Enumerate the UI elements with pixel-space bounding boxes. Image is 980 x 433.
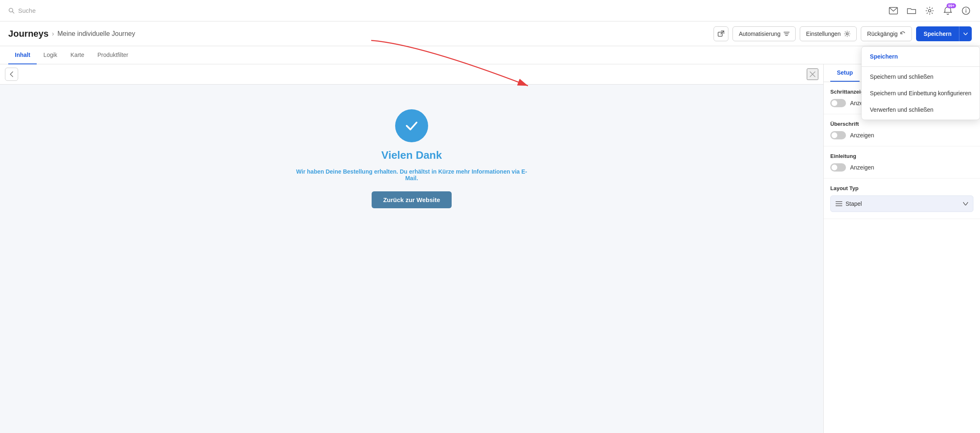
- einleitung-title: Einleitung: [830, 153, 973, 159]
- svg-line-1: [12, 12, 14, 13]
- tabs-bar: Inhalt Logik Karte Produktfilter: [0, 46, 980, 64]
- breadcrumb-chevron: ›: [52, 30, 54, 38]
- header-actions: Automatisierung Einstellungen Rückgängig…: [714, 26, 972, 41]
- preview-content: Vielen Dank Wir haben Deine Bestellung e…: [0, 85, 823, 433]
- dropdown-item-speichern-schliessen[interactable]: Speichern und schließen: [862, 68, 980, 85]
- ueberschrift-title: Überschrift: [830, 121, 973, 127]
- layout-value: Stapel: [846, 200, 862, 207]
- einleitung-toggle-label: Anzeigen: [850, 164, 874, 171]
- layout-select[interactable]: Stapel: [830, 195, 973, 212]
- einleitung-section: Einleitung Anzeigen: [824, 146, 980, 179]
- ueberschrift-toggle[interactable]: [830, 131, 846, 139]
- tab-logik[interactable]: Logik: [37, 46, 64, 64]
- dropdown-divider: [862, 66, 980, 67]
- notification-badge: 99+: [947, 3, 956, 8]
- external-link-button[interactable]: [714, 26, 728, 41]
- layout-title: Layout Typ: [830, 185, 973, 191]
- journeys-link[interactable]: Journeys: [8, 28, 49, 39]
- save-group: Speichern: [916, 26, 972, 41]
- ueberschrift-toggle-label: Anzeigen: [850, 132, 874, 139]
- preview-nav: [0, 64, 823, 85]
- prev-button[interactable]: [5, 68, 18, 81]
- topbar-icons: 99+: [888, 5, 972, 16]
- undo-button[interactable]: Rückgängig: [861, 26, 912, 41]
- preview-panel: Vielen Dank Wir haben Deine Bestellung e…: [0, 64, 823, 433]
- tab-karte[interactable]: Karte: [64, 46, 91, 64]
- info-icon[interactable]: [960, 5, 972, 16]
- layout-section: Layout Typ Stapel: [824, 179, 980, 219]
- hamburger-icon: [836, 201, 842, 207]
- preview-card: Vielen Dank Wir haben Deine Bestellung e…: [288, 93, 535, 225]
- journey-name: Meine individuelle Journey: [57, 30, 135, 38]
- preview-title: Vielen Dank: [382, 149, 442, 162]
- success-icon: [395, 109, 428, 142]
- schrittanzeige-toggle[interactable]: [830, 99, 846, 107]
- main-area: Vielen Dank Wir haben Deine Bestellung e…: [0, 64, 980, 433]
- search-icon: [8, 7, 15, 14]
- close-preview-button[interactable]: [807, 68, 818, 80]
- gear-icon[interactable]: [924, 5, 935, 16]
- undo-label: Rückgängig: [867, 31, 898, 37]
- svg-point-6: [966, 9, 966, 9]
- einleitung-toggle-row: Anzeigen: [830, 163, 973, 172]
- search-placeholder: Suche: [18, 7, 36, 14]
- chevron-down-icon: [963, 202, 968, 205]
- settings-button[interactable]: Einstellungen: [800, 26, 857, 41]
- automation-button[interactable]: Automatisierung: [733, 26, 796, 41]
- save-dropdown-menu: Speichern Speichern und schließen Speich…: [861, 46, 980, 120]
- panel-tab-setup[interactable]: Setup: [830, 64, 860, 82]
- search-area[interactable]: Suche: [8, 7, 888, 14]
- settings-label: Einstellungen: [806, 31, 841, 37]
- einleitung-toggle[interactable]: [830, 163, 846, 172]
- notification-icon[interactable]: 99+: [942, 5, 954, 16]
- tab-inhalt[interactable]: Inhalt: [8, 46, 37, 64]
- mail-icon[interactable]: [888, 5, 899, 16]
- folder-icon[interactable]: [906, 5, 917, 16]
- save-button[interactable]: Speichern: [916, 26, 959, 41]
- automation-label: Automatisierung: [739, 31, 780, 37]
- ueberschrift-toggle-row: Anzeigen: [830, 131, 973, 139]
- topbar: Suche 99+: [0, 0, 980, 21]
- svg-point-3: [928, 9, 931, 12]
- layout-select-inner: Stapel: [836, 200, 862, 207]
- dropdown-item-verwerfen-schliessen[interactable]: Verwerfen und schließen: [862, 101, 980, 118]
- tab-produktfilter[interactable]: Produktfilter: [91, 46, 135, 64]
- save-dropdown-button[interactable]: [959, 26, 972, 41]
- header-bar: Journeys › Meine individuelle Journey Au…: [0, 21, 980, 46]
- back-to-website-button[interactable]: Zurück zur Website: [372, 191, 452, 208]
- dropdown-item-speichern-einbettung[interactable]: Speichern und Einbettung konfigurieren: [862, 85, 980, 101]
- svg-point-12: [846, 33, 848, 35]
- header-left: Journeys › Meine individuelle Journey: [8, 28, 710, 39]
- preview-subtitle: Wir haben Deine Bestellung erhalten. Du …: [296, 168, 527, 181]
- dropdown-item-speichern[interactable]: Speichern: [862, 48, 980, 65]
